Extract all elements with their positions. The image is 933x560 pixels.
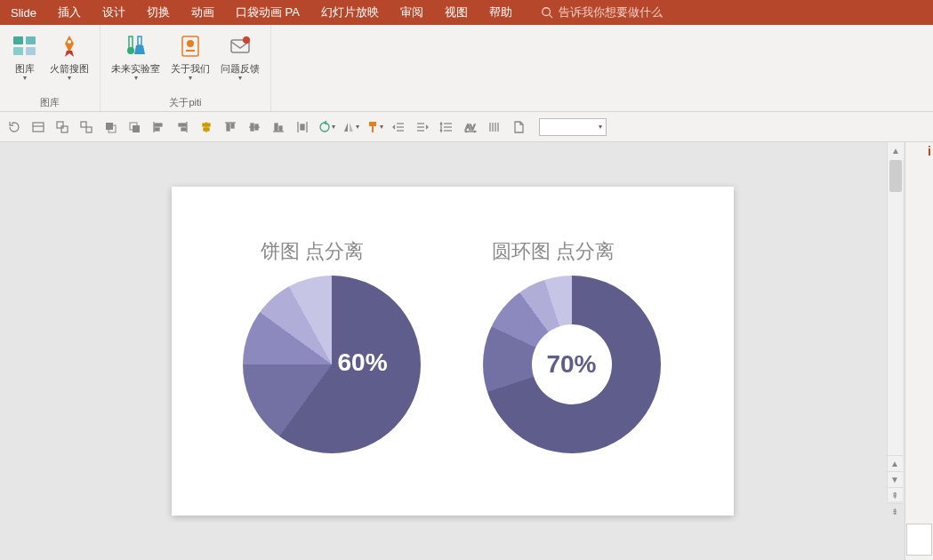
- double-down-icon[interactable]: ⇟: [887, 503, 903, 519]
- qt-align-center[interactable]: [196, 116, 217, 138]
- svg-rect-36: [231, 124, 234, 128]
- svg-rect-20: [86, 127, 92, 132]
- qt-rotate[interactable]: ▾: [316, 116, 337, 138]
- tell-me-search[interactable]: 告诉我你想要做什么: [541, 4, 663, 20]
- chevron-down-icon: ▾: [189, 75, 192, 82]
- search-icon: [541, 6, 553, 19]
- ribbon-btn-about-us[interactable]: 关于我们 ▾: [165, 30, 215, 84]
- ribbon-btn-gallery[interactable]: 图库 ▾: [5, 30, 44, 84]
- svg-rect-35: [227, 124, 229, 131]
- bottom-right-panel: [905, 523, 933, 560]
- tab-slideshow[interactable]: 幻灯片放映: [310, 0, 390, 25]
- tab-animation[interactable]: 动画: [181, 0, 225, 25]
- svg-rect-5: [26, 47, 36, 55]
- qt-line-spacing[interactable]: [436, 116, 457, 138]
- qt-group[interactable]: [52, 116, 73, 138]
- svg-rect-9: [138, 36, 141, 45]
- side-panel: i: [905, 142, 933, 560]
- donut-center-label: 70%: [546, 350, 596, 379]
- double-up-icon[interactable]: ⇞: [887, 487, 903, 503]
- chevron-down-icon: ▾: [599, 124, 602, 131]
- qt-align-top[interactable]: [220, 116, 241, 138]
- svg-rect-38: [251, 124, 253, 131]
- svg-rect-12: [186, 50, 195, 52]
- qt-ungroup[interactable]: [76, 116, 97, 138]
- qt-send-back[interactable]: [124, 116, 145, 138]
- tab-design[interactable]: 设计: [92, 0, 136, 25]
- slide[interactable]: 饼图 点分离: [172, 187, 734, 516]
- tab-view[interactable]: 视图: [434, 0, 479, 25]
- qt-bring-front[interactable]: [100, 116, 121, 138]
- qt-flip[interactable]: ▾: [340, 116, 361, 138]
- svg-rect-39: [255, 124, 258, 130]
- tab-help[interactable]: 帮助: [479, 0, 523, 25]
- qt-font-size-combo[interactable]: ▾: [539, 118, 607, 136]
- chevron-down-icon: ▾: [238, 75, 242, 82]
- ribbon-btn-rocket-search[interactable]: 火箭搜图 ▾: [44, 30, 94, 84]
- panel-cell[interactable]: [906, 524, 932, 556]
- ribbon-group-about-piti: 未来实验室 ▾ 关于我们 ▾ 问题反馈 ▾ 关于piti: [101, 25, 271, 111]
- menu-bar: Slide 插入 设计 切换 动画 口袋动画 PA 幻灯片放映 审阅 视图 帮助…: [0, 0, 933, 25]
- svg-rect-26: [155, 124, 162, 126]
- envelope-icon: [226, 32, 254, 60]
- quick-access-toolbar: ▾ ▾ ▾ AV ▾: [0, 112, 933, 142]
- qt-reset[interactable]: [4, 116, 25, 138]
- qt-text-effects[interactable]: [484, 116, 505, 138]
- rocket-icon: [55, 32, 84, 60]
- qt-align-right[interactable]: [172, 116, 193, 138]
- svg-rect-41: [275, 124, 277, 131]
- svg-rect-17: [57, 122, 63, 128]
- qt-char-spacing[interactable]: AV: [460, 116, 481, 138]
- workspace: 饼图 点分离: [0, 142, 933, 560]
- svg-point-0: [543, 8, 551, 16]
- ribbon-group-label: 图库: [5, 94, 94, 111]
- prev-slide-button[interactable]: ▲: [887, 455, 903, 471]
- panel-marker: i: [928, 144, 931, 158]
- tab-insert[interactable]: 插入: [47, 0, 92, 25]
- tab-slide[interactable]: Slide: [0, 0, 47, 25]
- svg-rect-30: [181, 128, 186, 131]
- pie-chart[interactable]: 60%: [243, 276, 421, 453]
- svg-point-11: [187, 40, 194, 47]
- qt-indent-left[interactable]: [388, 116, 409, 138]
- chevron-down-icon: ▾: [68, 75, 71, 82]
- qt-distribute-h[interactable]: [292, 116, 313, 138]
- qt-align-bottom[interactable]: [268, 116, 289, 138]
- scroll-thumb[interactable]: [889, 160, 902, 192]
- tab-review[interactable]: 审阅: [390, 0, 434, 25]
- qt-indent-right[interactable]: [412, 116, 433, 138]
- svg-rect-29: [179, 124, 186, 126]
- svg-point-6: [68, 40, 71, 44]
- svg-rect-7: [129, 36, 133, 49]
- scroll-down-arrow-icon[interactable]: ▼: [887, 471, 903, 487]
- qt-align-middle[interactable]: [244, 116, 265, 138]
- svg-rect-21: [106, 123, 113, 130]
- qt-layout[interactable]: [28, 116, 49, 138]
- tab-pocket-anim[interactable]: 口袋动画 PA: [225, 0, 310, 25]
- ribbon: 图库 ▾ 火箭搜图 ▾ 图库 未来实验室 ▾: [0, 25, 933, 112]
- slide-canvas-area[interactable]: 饼图 点分离: [0, 142, 905, 560]
- scroll-up-arrow-icon[interactable]: ▲: [888, 142, 904, 158]
- image-grid-icon: [11, 32, 39, 60]
- svg-rect-45: [301, 124, 304, 130]
- qt-format-painter[interactable]: ▾: [364, 116, 385, 138]
- tab-transition[interactable]: 切换: [136, 0, 181, 25]
- svg-line-1: [550, 15, 553, 19]
- chevron-down-icon: ▾: [23, 75, 27, 82]
- svg-rect-4: [13, 47, 23, 55]
- svg-rect-32: [203, 124, 210, 126]
- svg-rect-18: [61, 126, 68, 132]
- notes-area[interactable]: [0, 523, 905, 560]
- ribbon-btn-future-lab[interactable]: 未来实验室 ▾: [106, 30, 165, 84]
- ribbon-btn-feedback[interactable]: 问题反馈 ▾: [215, 30, 265, 84]
- chart-title-pie: 饼图 点分离: [261, 238, 364, 265]
- svg-rect-23: [133, 125, 140, 132]
- svg-rect-27: [155, 128, 159, 131]
- vertical-scrollbar[interactable]: ▲: [887, 142, 903, 501]
- svg-point-14: [243, 36, 250, 44]
- ribbon-group-label: 关于piti: [106, 94, 265, 111]
- ribbon-group-gallery: 图库 ▾ 火箭搜图 ▾ 图库: [0, 25, 101, 111]
- qt-new-doc[interactable]: [508, 116, 529, 138]
- qt-align-left[interactable]: [148, 116, 169, 138]
- svg-rect-19: [81, 122, 86, 127]
